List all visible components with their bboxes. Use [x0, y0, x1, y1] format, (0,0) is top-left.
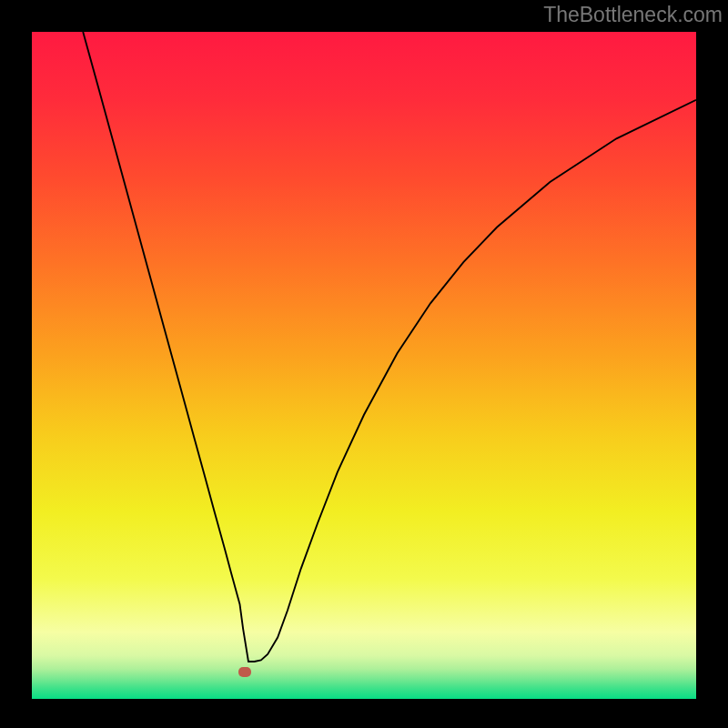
svg-rect-0 — [32, 32, 696, 699]
background-gradient — [32, 32, 696, 699]
chart-frame: TheBottleneck.com — [0, 0, 728, 728]
plot-area — [32, 32, 696, 699]
optimal-point-marker — [238, 667, 251, 677]
watermark-text: TheBottleneck.com — [543, 3, 723, 27]
